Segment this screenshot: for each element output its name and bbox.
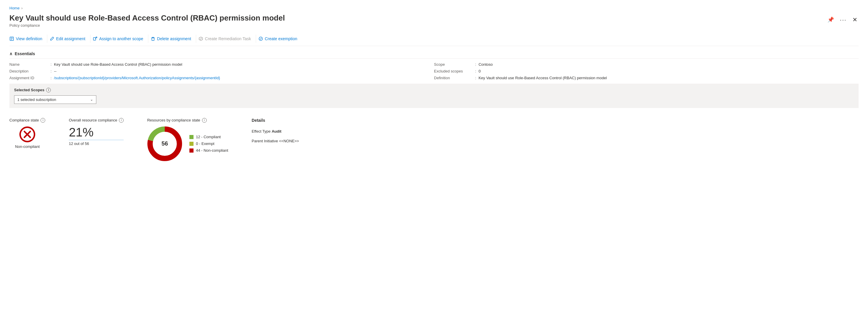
view-definition-label: View definition (16, 36, 42, 41)
description-value: -- (54, 69, 57, 73)
close-icon: ✕ (852, 16, 858, 23)
assign-scope-label: Assign to another scope (99, 36, 143, 41)
pin-icon: 📌 (828, 17, 834, 23)
essentials-chevron-icon: ∧ (9, 51, 12, 56)
exempt-swatch (189, 142, 193, 146)
essentials-name-row: Name : Key Vault should use Role-Based A… (9, 62, 434, 67)
selected-scopes-bar: Selected Scopes i 1 selected subscriptio… (9, 84, 859, 108)
resources-by-state-info-icon[interactable]: i (202, 118, 207, 123)
resources-by-state-block: Resources by compliance state i (147, 118, 228, 161)
compliant-label: 12 - Compliant (196, 135, 221, 139)
svg-rect-4 (93, 38, 96, 40)
essentials-assignment-id-row: Assignment ID : /subscriptions/{subscrip… (9, 76, 434, 80)
header-actions: 📌 ··· ✕ (826, 15, 859, 24)
svg-point-6 (259, 37, 262, 40)
edit-assignment-label: Edit assignment (56, 36, 86, 41)
resources-by-state-title: Resources by compliance state i (147, 118, 228, 123)
toolbar: View definition Edit assignment Assign t… (9, 33, 859, 46)
donut-chart: 56 (147, 126, 182, 161)
effect-type-value: Audit (272, 129, 281, 133)
svg-rect-5 (152, 38, 154, 40)
overall-compliance-block: Overall resource compliance i 21% 12 out… (69, 118, 124, 146)
details-effect-type-row: Effect Type Audit (252, 129, 299, 133)
essentials-title: Essentials (15, 51, 35, 56)
delete-assignment-button[interactable]: Delete assignment (148, 35, 196, 43)
definition-label: Definition (434, 76, 475, 80)
compliance-state-info-icon[interactable]: i (40, 118, 45, 123)
remediation-icon (198, 36, 203, 41)
definition-value: Key Vault should use Role-Based Access C… (478, 76, 607, 80)
svg-text:56: 56 (161, 140, 168, 147)
legend-compliant: 12 - Compliant (189, 135, 228, 139)
name-label: Name (9, 62, 51, 67)
selected-scopes-text: Selected Scopes (14, 88, 44, 92)
details-parent-initiative-row: Parent Initiative <<NONE>> (252, 139, 299, 143)
delete-icon (151, 36, 155, 41)
non-compliant-swatch (189, 149, 193, 153)
metrics-section: Compliance state i Non-compliant Overall… (9, 115, 859, 164)
breadcrumb-separator: › (22, 6, 23, 10)
create-remediation-label: Create Remediation Task (205, 36, 251, 41)
create-exemption-button[interactable]: Create exemption (256, 35, 302, 43)
breadcrumb-home[interactable]: Home (9, 6, 20, 10)
more-icon: ··· (840, 17, 846, 23)
legend-non-compliant: 44 - Non-compliant (189, 148, 228, 153)
close-button[interactable]: ✕ (851, 15, 859, 24)
excluded-scopes-label: Excluded scopes (434, 69, 475, 73)
overall-compliance-percent: 21% 12 out of 56 (69, 126, 124, 146)
non-compliant-icon (19, 126, 35, 142)
scope-value: Contoso (478, 62, 493, 67)
selected-scopes-label-row: Selected Scopes i (14, 88, 854, 92)
non-compliant-label: 44 - Non-compliant (196, 148, 228, 153)
essentials-scope-row: Scope : Contoso (434, 62, 859, 67)
page-header: Key Vault should use Role-Based Access C… (9, 13, 859, 32)
edit-assignment-button[interactable]: Edit assignment (47, 35, 90, 43)
compliance-state-title: Compliance state i (9, 118, 45, 123)
overall-compliance-title: Overall resource compliance i (69, 118, 124, 123)
assign-scope-icon (93, 36, 97, 41)
assign-scope-button[interactable]: Assign to another scope (90, 35, 148, 43)
page-subtitle: Policy compliance (9, 23, 826, 28)
more-button[interactable]: ··· (839, 15, 848, 24)
essentials-header[interactable]: ∧ Essentials (9, 49, 859, 59)
compliance-state-wrapper: Non-compliant (9, 126, 45, 149)
view-definition-button[interactable]: View definition (9, 35, 47, 43)
donut-legend: 12 - Compliant 0 - Exempt 44 - Non-compl… (189, 135, 228, 153)
exemption-icon (258, 36, 263, 41)
compliance-state-label: Non-compliant (15, 144, 40, 149)
compliant-swatch (189, 135, 193, 139)
overall-compliance-info-icon[interactable]: i (119, 118, 124, 123)
create-exemption-label: Create exemption (265, 36, 298, 41)
details-block: Details Effect Type Audit Parent Initiat… (252, 118, 299, 145)
compliance-state-block: Compliance state i Non-compliant (9, 118, 45, 149)
scope-dropdown-value: 1 selected subscription (17, 97, 56, 102)
create-remediation-button[interactable]: Create Remediation Task (196, 35, 256, 43)
scope-dropdown[interactable]: 1 selected subscription ⌄ (14, 95, 96, 104)
donut-section: 56 12 - Compliant 0 - Exempt 44 - Non-co… (147, 126, 228, 161)
scope-dropdown-chevron-icon: ⌄ (90, 97, 93, 101)
page-container: Home › Key Vault should use Role-Based A… (0, 0, 868, 170)
essentials-description-row: Description : -- (9, 69, 434, 73)
parent-initiative-value: <<NONE>> (279, 139, 299, 143)
name-value: Key Vault should use Role-Based Access C… (54, 62, 182, 67)
assignment-id-value[interactable]: /subscriptions/{subscriptionId}/provider… (54, 76, 220, 80)
exempt-label: 0 - Exempt (196, 141, 214, 146)
breadcrumb: Home › (9, 6, 859, 10)
details-title: Details (252, 118, 299, 123)
essentials-left-col: Name : Key Vault should use Role-Based A… (9, 62, 434, 80)
page-title: Key Vault should use Role-Based Access C… (9, 13, 421, 23)
edit-icon (50, 36, 54, 41)
scope-label: Scope (434, 62, 475, 67)
assignment-id-label: Assignment ID (9, 76, 51, 80)
excluded-scopes-value: 0 (478, 69, 481, 73)
essentials-definition-row: Definition : Key Vault should use Role-B… (434, 76, 859, 80)
view-definition-icon (9, 36, 14, 41)
pin-button[interactable]: 📌 (826, 15, 835, 24)
essentials-section: ∧ Essentials Name : Key Vault should use… (9, 49, 859, 84)
essentials-excluded-scopes-row: Excluded scopes : 0 (434, 69, 859, 73)
selected-scopes-info-icon[interactable]: i (46, 88, 51, 92)
delete-assignment-label: Delete assignment (157, 36, 191, 41)
compliance-detail: 12 out of 56 (69, 140, 124, 146)
essentials-grid: Name : Key Vault should use Role-Based A… (9, 62, 859, 84)
legend-exempt: 0 - Exempt (189, 141, 228, 146)
